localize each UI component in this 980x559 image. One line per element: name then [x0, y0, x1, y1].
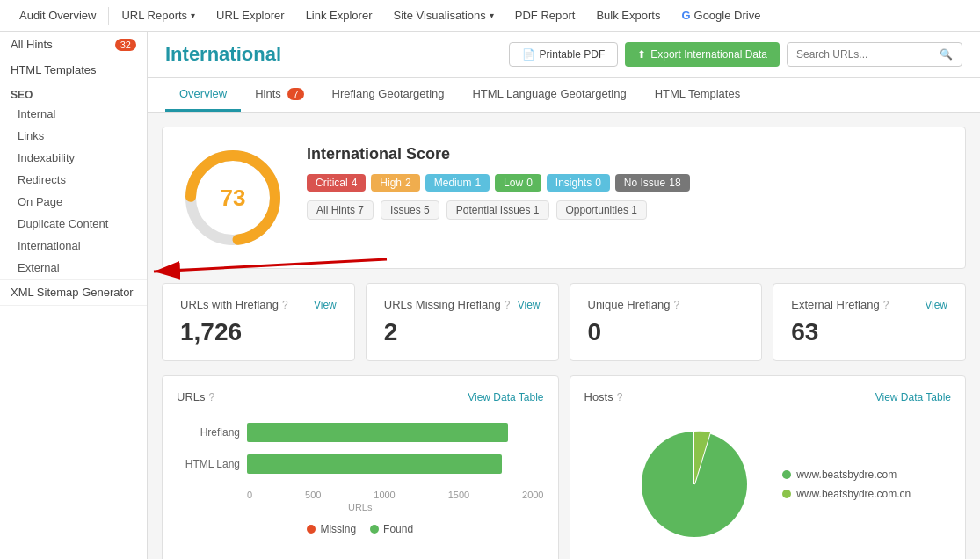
badge-medium[interactable]: Medium 1: [425, 174, 490, 192]
nav-google-drive[interactable]: G Google Drive: [671, 0, 771, 32]
search-bar[interactable]: 🔍: [787, 42, 962, 67]
metric-header-2: URLs Missing Hreflang ? View: [384, 298, 541, 311]
metric-urls-missing-hreflang: URLs Missing Hreflang ? View 2: [366, 283, 559, 361]
sidebar-section-all-hints: All Hints 32 HTML Templates: [0, 32, 147, 83]
nav-link-explorer[interactable]: Link Explorer: [295, 0, 383, 32]
bar-label-hreflang: Hreflang: [177, 426, 240, 439]
urls-chart-header: URLs ? View Data Table: [177, 390, 544, 403]
nav-bulk-exports[interactable]: Bulk Exports: [585, 0, 671, 32]
hint-opportunities[interactable]: Opportunities 1: [556, 200, 647, 220]
search-icon: 🔍: [940, 48, 953, 61]
hint-issues[interactable]: Issues 5: [381, 200, 439, 220]
metric-unique-hreflang: Unique Hreflang ? 0: [570, 283, 763, 361]
tab-html-lang[interactable]: HTML Language Geotargeting: [458, 78, 640, 112]
metric-title-3: Unique Hreflang ?: [588, 298, 680, 311]
badge-insights[interactable]: Insights 0: [547, 174, 610, 192]
metric-view-2[interactable]: View: [518, 299, 541, 311]
pie-legend-item-1: www.beatsbydre.com: [782, 468, 911, 481]
printable-pdf-button[interactable]: 📄 Printable PDF: [509, 42, 619, 67]
chevron-down-icon: ▾: [191, 11, 195, 20]
pie-container: www.beatsbydre.com www.beatsbydre.com.cn: [584, 414, 952, 555]
metric-title-4: External Hreflang ?: [791, 298, 889, 311]
sidebar: All Hints 32 HTML Templates SEO Internal…: [0, 32, 148, 559]
urls-chart-title: URLs ?: [177, 390, 214, 403]
legend-dot-found: [370, 525, 379, 534]
urls-chart-view-link[interactable]: View Data Table: [468, 391, 543, 403]
chart-legend: Missing Found: [177, 523, 544, 535]
sidebar-section-seo: SEO Internal Links Indexability Redirect…: [0, 83, 147, 280]
score-title: International Score: [307, 145, 947, 163]
sidebar-item-links[interactable]: Links: [0, 125, 147, 147]
chevron-down-icon: ▾: [490, 11, 494, 20]
help-icon[interactable]: ?: [209, 391, 215, 403]
hosts-chart-title: Hosts ?: [584, 390, 623, 403]
bar-label-htmllang: HTML Lang: [177, 458, 240, 470]
tab-overview[interactable]: Overview: [165, 78, 241, 112]
sidebar-item-xml-sitemap[interactable]: XML Sitemap Generator: [0, 280, 147, 305]
metric-header-1: URLs with Hreflang ? View: [180, 298, 337, 311]
help-icon[interactable]: ?: [617, 391, 623, 403]
badge-critical[interactable]: Critical 4: [307, 174, 366, 192]
page-header: International 📄 Printable PDF ⬆ Export I…: [148, 32, 980, 78]
sidebar-item-international[interactable]: International: [0, 235, 147, 257]
bar-fill-hreflang: [247, 423, 508, 442]
score-value: 73: [221, 185, 246, 212]
search-input[interactable]: [796, 48, 935, 61]
metric-urls-hreflang: URLs with Hreflang ? View 1,726: [162, 283, 355, 361]
urls-chart-card: URLs ? View Data Table Hreflang: [162, 375, 559, 559]
google-icon: G: [681, 9, 690, 22]
hosts-chart-header: Hosts ? View Data Table: [584, 390, 952, 403]
sidebar-item-external[interactable]: External: [0, 257, 147, 279]
tabs-bar: Overview Hints 7 Hreflang Geotargeting H…: [148, 78, 980, 113]
metric-view-1[interactable]: View: [314, 299, 337, 311]
metric-external-hreflang: External Hreflang ? View 63: [773, 283, 966, 361]
main-layout: All Hints 32 HTML Templates SEO Internal…: [0, 32, 980, 559]
bar-fill-htmllang: [247, 454, 502, 474]
score-details: International Score Critical 4 High 2 Me…: [307, 145, 947, 220]
bar-axis: 0 500 1000 1500 2000: [177, 486, 544, 500]
sidebar-item-indexability[interactable]: Indexability: [0, 147, 147, 169]
header-actions: 📄 Printable PDF ⬆ Export International D…: [509, 42, 962, 67]
badge-noissue[interactable]: No Issue 18: [615, 174, 690, 192]
help-icon[interactable]: ?: [282, 299, 288, 311]
pie-legend-item-2: www.beatsbydre.com.cn: [782, 488, 911, 500]
charts-row: URLs ? View Data Table Hreflang: [162, 375, 966, 559]
sidebar-item-all-hints[interactable]: All Hints 32: [0, 32, 147, 57]
sidebar-item-internal[interactable]: Internal: [0, 103, 147, 125]
tab-hints[interactable]: Hints 7: [241, 78, 317, 112]
sidebar-item-redirects[interactable]: Redirects: [0, 169, 147, 191]
sidebar-item-html-templates-top[interactable]: HTML Templates: [0, 57, 147, 83]
hint-potential[interactable]: Potential Issues 1: [446, 200, 549, 220]
export-icon: ⬆: [637, 48, 646, 61]
legend-missing: Missing: [307, 523, 356, 535]
help-icon[interactable]: ?: [883, 299, 889, 311]
pie-legend: www.beatsbydre.com www.beatsbydre.com.cn: [782, 468, 911, 500]
tab-html-templates[interactable]: HTML Templates: [641, 78, 755, 112]
export-button[interactable]: ⬆ Export International Data: [625, 42, 780, 67]
nav-url-reports[interactable]: URL Reports ▾: [111, 0, 206, 32]
legend-found: Found: [370, 523, 413, 535]
hint-all[interactable]: All Hints 7: [307, 200, 374, 220]
bar-row-hreflang: Hreflang: [177, 423, 544, 442]
hosts-chart-view-link[interactable]: View Data Table: [875, 391, 951, 403]
bar-track-htmllang: [247, 454, 544, 474]
nav-pdf-report[interactable]: PDF Report: [505, 0, 586, 32]
pie-chart: [624, 414, 765, 555]
score-card: 73 International Score Critical 4 High 2: [162, 127, 966, 269]
content-body: 73 International Score Critical 4 High 2: [148, 113, 980, 559]
nav-url-explorer[interactable]: URL Explorer: [206, 0, 295, 32]
metric-header-3: Unique Hreflang ?: [588, 298, 744, 311]
help-icon[interactable]: ?: [673, 299, 679, 311]
pie-dot-1: [782, 470, 791, 479]
nav-audit-overview[interactable]: Audit Overview: [9, 0, 106, 32]
sidebar-item-on-page[interactable]: On Page: [0, 191, 147, 213]
badge-low[interactable]: Low 0: [495, 174, 541, 192]
badge-high[interactable]: High 2: [371, 174, 419, 192]
nav-site-visualisations[interactable]: Site Visualisations ▾: [383, 0, 505, 32]
metric-view-4[interactable]: View: [925, 299, 947, 311]
help-icon[interactable]: ?: [505, 299, 511, 311]
metric-value-2: 2: [384, 318, 541, 346]
tab-hreflang[interactable]: Hreflang Geotargeting: [318, 78, 459, 112]
sidebar-item-duplicate-content[interactable]: Duplicate Content: [0, 213, 147, 235]
metric-title-1: URLs with Hreflang ?: [180, 298, 288, 311]
